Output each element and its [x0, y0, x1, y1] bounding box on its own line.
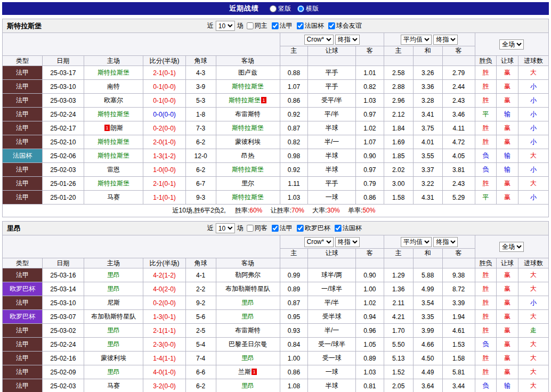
euro-company-select[interactable]: 平均值 [401, 35, 432, 45]
horizontal-layout-option[interactable]: 横版 [297, 4, 319, 13]
euro-away-col: 客 [442, 46, 475, 56]
league-type-cell: 法甲 [3, 268, 43, 282]
euro-draw-col: 和 [413, 46, 442, 56]
recent-count-select[interactable]: 10 [216, 223, 235, 233]
vertical-layout-option[interactable]: 竖版 [270, 4, 291, 13]
corner-cell: 9-2 [185, 296, 216, 310]
team-name: 斯特拉斯堡 [229, 96, 261, 104]
corner-cell: 6-2 [185, 135, 216, 149]
league-filter[interactable]: 球会友谊 [328, 21, 362, 30]
team-section-lyon: 里昂 近 10 场 同客 法甲 欧罗巴杯 法 [2, 221, 549, 392]
win-result-cell: 胜 [475, 310, 497, 324]
asian-away-odds-cell: 0.90 [355, 268, 384, 282]
euro-away-odds-cell: 4.05 [442, 149, 475, 163]
team-name: 巴黎圣日尔曼 [229, 340, 267, 348]
handicap-result-cell: 赢 [497, 282, 518, 296]
euro-draw-odds-cell: 3.35 [413, 310, 442, 324]
euro-away-odds-cell: 3.81 [442, 163, 475, 177]
league-type-cell: 法甲 [3, 108, 43, 121]
league-filter-checkbox[interactable] [297, 22, 304, 29]
corner-cell: 6-2 [185, 163, 216, 177]
home-team-cell: 里昂 [84, 365, 143, 379]
asian-final-select[interactable]: 终指 [335, 237, 360, 247]
corner-cell: 1-8 [185, 108, 216, 121]
league-filter-checkbox[interactable] [297, 225, 304, 232]
asian-final-select[interactable]: 终指 [335, 35, 360, 45]
league-filter[interactable]: 欧罗巴杯 [297, 224, 330, 233]
full-match-select[interactable]: 全场 [499, 242, 524, 252]
league-filter[interactable]: 法甲 [272, 224, 293, 233]
team-name: 里昂 [107, 368, 120, 375]
same-venue-checkbox[interactable] [247, 225, 254, 232]
euro-final-select[interactable]: 终指 [433, 237, 458, 247]
euro-away-odds-cell: 4.72 [442, 135, 475, 149]
match-date-cell: 25-03-16 [43, 268, 84, 282]
league-filter[interactable]: 法国杯 [335, 224, 362, 233]
asian-away-odds-cell: 0.89 [355, 352, 384, 365]
goals-result-cell: 小 [518, 135, 548, 149]
team-name: 蒙彼利埃 [235, 138, 261, 145]
league-type-cell: 法甲 [3, 135, 43, 149]
handicap-result-cell: 赢 [497, 365, 518, 379]
asian-company-select[interactable]: Crow* [304, 237, 334, 247]
away-team-cell: 布雷斯特 [216, 324, 280, 338]
handicap-cell: 平手 [308, 177, 355, 191]
handicap-cell: 球半/两 [308, 268, 355, 282]
goals-col: 进球数 [518, 258, 548, 268]
home-team-cell: 里昂 [84, 324, 143, 338]
away-team-cell: 布加勒斯特星队 [216, 282, 280, 296]
league-type-cell: 法甲 [3, 80, 43, 94]
euro-final-select[interactable]: 终指 [433, 35, 458, 45]
euro-home-odds-cell: 1.84 [384, 121, 413, 135]
match-row: 法国杯25-02-06斯特拉斯堡1-3(1-2)12-0昂热0.98半球0.90… [3, 149, 549, 163]
red-card-badge: 1 [104, 125, 110, 131]
vertical-layout-radio[interactable] [270, 5, 277, 12]
handicap-cell: 半/一 [308, 324, 355, 338]
league-filter-checkbox[interactable] [328, 22, 335, 29]
team-name: 布雷斯特 [235, 326, 261, 334]
euro-company-select[interactable]: 平均值 [401, 237, 432, 247]
horizontal-layout-radio[interactable] [297, 5, 304, 12]
win-result-cell: 胜 [475, 177, 497, 191]
goals-result-cell: 小 [518, 163, 548, 177]
summary-stat: 胜率:60% [235, 207, 262, 214]
away-team-cell: 里昂 [216, 310, 280, 324]
team-name: 图卢兹 [238, 69, 257, 76]
euro-away-odds-cell: 9.38 [442, 268, 475, 282]
win-result-cell: 负 [475, 163, 497, 177]
same-venue-filter[interactable]: 同客 [247, 224, 268, 233]
corner-cell: 7-4 [185, 352, 216, 365]
league-filter-checkbox[interactable] [272, 22, 279, 29]
league-type-cell: 法甲 [3, 163, 43, 177]
euro-home-odds-cell: 2.12 [384, 108, 413, 121]
asian-home-odds-cell: 0.92 [280, 108, 308, 121]
handicap-result-cell: 输 [497, 108, 518, 121]
league-filter-checkbox[interactable] [335, 225, 342, 232]
score-cell: 0-1(0-0) [143, 80, 185, 94]
euro-home-col: 主 [384, 249, 413, 258]
asian-company-select[interactable]: Crow* [304, 35, 334, 45]
win-result-cell: 胜 [475, 324, 497, 338]
handicap-result-col: 让球 [497, 56, 518, 66]
league-filter[interactable]: 法甲 [272, 21, 293, 30]
score-cell: 1-1(0-1) [143, 191, 185, 205]
asian-away-odds-cell: 1.01 [355, 66, 384, 80]
recent-count-select[interactable]: 10 [216, 21, 235, 31]
league-type-cell: 欧罗巴杯 [3, 310, 43, 324]
score-cell: 0-2(0-0) [143, 121, 185, 135]
handicap-result-cell: 赢 [497, 66, 518, 80]
same-venue-checkbox[interactable] [247, 22, 254, 29]
asian-home-odds-cell: 0.87 [280, 121, 308, 135]
team-name: 里昂 [107, 326, 120, 334]
league-filter[interactable]: 法国杯 [297, 21, 324, 30]
match-date-cell: 25-03-10 [43, 296, 84, 310]
same-venue-filter[interactable]: 同主 [247, 21, 268, 30]
team-name: 布加勒斯特星队 [91, 313, 136, 320]
team-name: 布加勒斯特星队 [225, 285, 270, 292]
team-name: 里昂 [107, 285, 120, 292]
euro-away-odds-cell: 2.79 [442, 66, 475, 80]
asian-away-odds-cell: 1.02 [355, 296, 384, 310]
full-match-select[interactable]: 全场 [499, 39, 524, 50]
league-filter-checkbox[interactable] [272, 225, 279, 232]
team-name: 斯特拉斯堡 [98, 138, 129, 145]
